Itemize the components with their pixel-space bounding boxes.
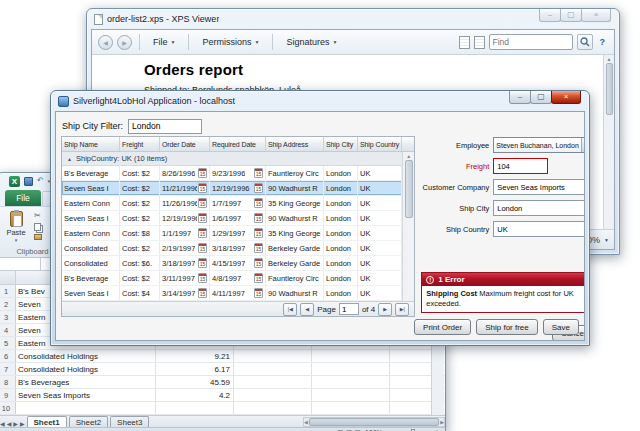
ship-city-filter-input[interactable] [128,119,202,134]
scrollbar-thumb[interactable] [405,160,413,218]
app-titlebar[interactable]: Silverlight4LobHol Application - localho… [51,91,589,111]
row-number[interactable]: 1 [0,285,16,297]
row-number[interactable]: 7 [0,363,16,375]
cell[interactable] [234,402,312,414]
page-view-icon[interactable] [459,36,470,49]
calendar-icon[interactable] [254,198,263,208]
employee-combobox[interactable]: Steven Buchanan, London▼ [493,137,585,153]
grid-row[interactable]: Seven Seas ICost: $212/19/19961/6/199790… [62,211,402,226]
signatures-menu[interactable]: Signatures▼ [280,35,343,49]
print-order-button[interactable]: Print Order [414,319,471,335]
undo-icon[interactable]: ↶ [37,176,44,186]
row-number[interactable]: 3 [0,311,16,323]
calendar-icon[interactable] [198,258,207,268]
previous-page-button[interactable]: ◀ [300,303,314,316]
info-icon[interactable]: i [584,161,585,172]
column-header-ship-city[interactable]: Ship City [324,137,358,151]
scrollbar-thumb[interactable] [606,63,613,115]
last-page-button[interactable]: ▶| [395,303,409,316]
column-header-ship-name[interactable]: Ship Name [62,137,120,151]
calendar-icon[interactable] [198,183,207,193]
row-number[interactable]: 2 [0,298,16,310]
tab-scroll-last-icon[interactable]: ▶ [20,420,25,427]
maximize-button[interactable]: ▢ [530,91,552,104]
paste-button[interactable]: Paste ▾ [1,210,31,245]
page-number-input[interactable] [339,303,359,315]
cell[interactable] [234,350,312,362]
cell[interactable]: 6.17 [156,363,234,375]
cell[interactable]: Consolidated Holdings [16,350,156,362]
scroll-up-icon[interactable]: ▲ [607,56,612,62]
cell[interactable] [234,389,312,401]
find-input[interactable] [493,37,569,47]
grid-row-selected[interactable]: Seven Seas ICost: $211/21/199612/19/1996… [62,181,402,196]
row-number[interactable]: 4 [0,324,16,336]
calendar-icon[interactable] [254,243,263,253]
row-number[interactable]: 5 [0,337,16,349]
two-page-view-icon[interactable] [474,36,485,49]
permissions-menu[interactable]: Permissions▼ [196,35,265,49]
cell[interactable]: Consolidated Holdings [16,363,156,375]
cell[interactable]: Seven Seas Imports [16,389,156,401]
copy-icon[interactable] [34,223,41,231]
close-button[interactable]: × [581,9,611,22]
calendar-icon[interactable] [254,228,263,238]
cell[interactable] [234,376,312,388]
first-page-button[interactable]: |◀ [283,303,297,316]
calendar-icon[interactable] [198,228,207,238]
grid-vertical-scrollbar[interactable]: ▲ [402,152,414,301]
ship-country-input[interactable] [493,221,585,237]
calendar-icon[interactable] [254,288,263,298]
scroll-up-icon[interactable]: ▲ [406,153,411,159]
maximize-button[interactable]: ▢ [560,9,582,22]
cut-icon[interactable]: ✂ [34,212,42,220]
calendar-icon[interactable] [198,198,207,208]
column-header-ship-address[interactable]: Ship Address [266,137,324,151]
calendar-icon[interactable] [198,243,207,253]
cell[interactable] [16,402,156,414]
grid-row[interactable]: B's BeverageCost: $28/26/19969/23/1996Fa… [62,166,402,181]
calendar-icon[interactable] [198,213,207,223]
help-button[interactable]: ? [597,37,609,47]
xps-titlebar[interactable]: order-list2.xps - XPS Viewer – ▢ × [87,9,619,29]
row-number[interactable]: 6 [0,350,16,362]
minimize-button[interactable]: – [539,9,561,22]
cell[interactable]: 9.21 [156,350,234,362]
grid-row[interactable]: Seven Seas ICost: $43/14/19974/11/199790… [62,286,402,301]
file-menu[interactable]: File▼ [147,35,181,49]
scrollbar-thumb[interactable] [309,418,439,426]
calendar-icon[interactable] [198,273,207,283]
cell[interactable]: 4.2 [156,389,234,401]
calendar-icon[interactable] [198,168,207,178]
cell[interactable] [312,363,390,375]
forward-button[interactable]: ▶ [117,35,132,50]
calendar-icon[interactable] [254,168,263,178]
calendar-icon[interactable] [198,288,207,298]
tab-scroll-left-icon[interactable]: ◀ [7,420,12,427]
group-header-row[interactable]: ▲ ShipCountry: UK (10 items) [62,152,402,166]
xps-vertical-scrollbar[interactable]: ▲ [603,55,614,229]
ship-for-free-button[interactable]: Ship for free [476,319,538,335]
sheet-tab-3[interactable]: Sheet3 [110,416,149,427]
sheet-tab-2[interactable]: Sheet2 [69,416,108,427]
calendar-icon[interactable] [254,258,263,268]
back-button[interactable]: ◀ [98,35,113,50]
cell[interactable] [312,350,390,362]
grid-row[interactable]: ConsolidatedCost: $22/19/19973/18/1997Be… [62,241,402,256]
cell[interactable] [234,363,312,375]
grid-row[interactable]: Eastern ConnCost: $81/1/19971/29/199735 … [62,226,402,241]
minimize-button[interactable]: – [509,91,531,104]
column-header-ship-country[interactable]: Ship Country [358,137,402,151]
column-header-order-date[interactable]: Order Date [160,137,210,151]
save-button[interactable]: Save [543,319,579,335]
scroll-left-icon[interactable]: ◀ [304,419,308,425]
cell[interactable]: B's Beverages [16,376,156,388]
excel-file-tab[interactable]: File [5,190,41,206]
next-page-button[interactable]: ▶ [378,303,392,316]
name-box[interactable] [0,258,41,270]
tab-scroll-first-icon[interactable]: ◀ [0,420,5,427]
collapse-group-icon[interactable]: ▲ [67,156,72,162]
cell[interactable] [312,402,390,414]
row-number[interactable]: 10 [0,402,16,414]
search-button[interactable] [577,34,593,50]
